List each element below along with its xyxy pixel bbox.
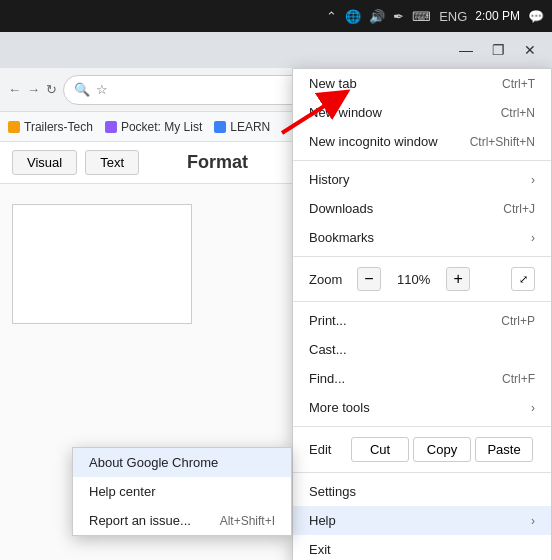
separator-5 [293, 472, 551, 473]
menu-help[interactable]: Help › [293, 506, 551, 535]
format-label: Format [187, 152, 248, 173]
print-shortcut: Ctrl+P [501, 314, 535, 328]
chevron-icon: ⌃ [326, 9, 337, 24]
taskbar-icons: ⌃ 🌐 🔊 ✒ ⌨ ENG 2:00 PM 💬 [326, 9, 544, 24]
zoom-plus[interactable]: + [446, 267, 470, 291]
menu-find[interactable]: Find... Ctrl+F [293, 364, 551, 393]
close-button[interactable]: ✕ [516, 36, 544, 64]
history-label: History [309, 172, 531, 187]
refresh-icon[interactable]: ↻ [46, 82, 57, 97]
bookmarks-arrow: › [531, 231, 535, 245]
incognito-shortcut: Ctrl+Shift+N [470, 135, 535, 149]
edit-row: Edit Cut Copy Paste [293, 431, 551, 468]
menu-incognito[interactable]: New incognito window Ctrl+Shift+N [293, 127, 551, 156]
separator-2 [293, 256, 551, 257]
new-window-shortcut: Ctrl+N [501, 106, 535, 120]
print-label: Print... [309, 313, 501, 328]
menu-settings[interactable]: Settings [293, 477, 551, 506]
browser-window: — ❐ ✕ ← → ↻ 🔍 ☆ 🛡 A ● ▲ 🔒 🔵 🟠 🟤 P ⋮ Trai… [0, 32, 552, 560]
globe-icon: 🌐 [345, 9, 361, 24]
menu-bookmarks[interactable]: Bookmarks › [293, 223, 551, 252]
menu-zoom-row: Zoom − 110% + ⤢ [293, 261, 551, 297]
bookmark-trailers[interactable]: Trailers-Tech [8, 120, 93, 134]
lang-label: ENG [439, 9, 467, 24]
menu-downloads[interactable]: Downloads Ctrl+J [293, 194, 551, 223]
about-label: About Google Chrome [89, 455, 275, 470]
star-icon: ☆ [96, 82, 108, 97]
bookmark-label-trailers: Trailers-Tech [24, 120, 93, 134]
pen-icon: ✒ [393, 9, 404, 24]
cast-label: Cast... [309, 342, 535, 357]
tab-text[interactable]: Text [85, 150, 139, 175]
help-label: Help [309, 513, 531, 528]
new-window-label: New window [309, 105, 501, 120]
bookmark-icon-learn [214, 121, 226, 133]
bookmark-icon-pocket [105, 121, 117, 133]
edit-label: Edit [309, 442, 349, 457]
menu-cast[interactable]: Cast... [293, 335, 551, 364]
bookmark-icon-trailers [8, 121, 20, 133]
submenu-report[interactable]: Report an issue... Alt+Shift+I [73, 506, 291, 535]
clock: 2:00 PM [475, 9, 520, 23]
tab-visual[interactable]: Visual [12, 150, 77, 175]
menu-new-tab[interactable]: New tab Ctrl+T [293, 69, 551, 98]
find-shortcut: Ctrl+F [502, 372, 535, 386]
find-label: Find... [309, 371, 502, 386]
minimize-button[interactable]: — [452, 36, 480, 64]
zoom-value: 110% [389, 272, 438, 287]
title-bar: — ❐ ✕ [0, 32, 552, 68]
submenu-help-center[interactable]: Help center [73, 477, 291, 506]
zoom-expand[interactable]: ⤢ [511, 267, 535, 291]
bookmark-pocket[interactable]: Pocket: My List [105, 120, 202, 134]
downloads-label: Downloads [309, 201, 503, 216]
downloads-shortcut: Ctrl+J [503, 202, 535, 216]
copy-button[interactable]: Copy [413, 437, 471, 462]
history-arrow: › [531, 173, 535, 187]
help-center-label: Help center [89, 484, 275, 499]
taskbar: ⌃ 🌐 🔊 ✒ ⌨ ENG 2:00 PM 💬 [0, 0, 552, 32]
keyboard-icon: ⌨ [412, 9, 431, 24]
bookmarks-label: Bookmarks [309, 230, 531, 245]
settings-label: Settings [309, 484, 535, 499]
help-submenu: About Google Chrome Help center Report a… [72, 447, 292, 536]
submenu-about[interactable]: About Google Chrome [73, 448, 291, 477]
incognito-label: New incognito window [309, 134, 470, 149]
back-icon[interactable]: ← [8, 82, 21, 97]
exit-label: Exit [309, 542, 535, 557]
restore-button[interactable]: ❐ [484, 36, 512, 64]
report-shortcut: Alt+Shift+I [220, 514, 275, 528]
separator-1 [293, 160, 551, 161]
new-tab-shortcut: Ctrl+T [502, 77, 535, 91]
bookmark-label-pocket: Pocket: My List [121, 120, 202, 134]
new-tab-label: New tab [309, 76, 502, 91]
bookmark-label-learn: LEARN [230, 120, 270, 134]
help-arrow: › [531, 514, 535, 528]
menu-more-tools[interactable]: More tools › [293, 393, 551, 422]
message-icon: 💬 [528, 9, 544, 24]
more-tools-label: More tools [309, 400, 531, 415]
bookmark-learn[interactable]: LEARN [214, 120, 270, 134]
menu-exit[interactable]: Exit [293, 535, 551, 560]
menu-new-window[interactable]: New window Ctrl+N [293, 98, 551, 127]
report-label: Report an issue... [89, 513, 220, 528]
volume-icon: 🔊 [369, 9, 385, 24]
zoom-minus[interactable]: − [357, 267, 381, 291]
separator-3 [293, 301, 551, 302]
search-icon: 🔍 [74, 82, 90, 97]
menu-print[interactable]: Print... Ctrl+P [293, 306, 551, 335]
paste-button[interactable]: Paste [475, 437, 533, 462]
cut-button[interactable]: Cut [351, 437, 409, 462]
menu-history[interactable]: History › [293, 165, 551, 194]
separator-4 [293, 426, 551, 427]
zoom-label: Zoom [309, 272, 349, 287]
forward-icon[interactable]: → [27, 82, 40, 97]
chrome-menu: New tab Ctrl+T New window Ctrl+N New inc… [292, 68, 552, 560]
editor-box [12, 204, 192, 324]
more-tools-arrow: › [531, 401, 535, 415]
